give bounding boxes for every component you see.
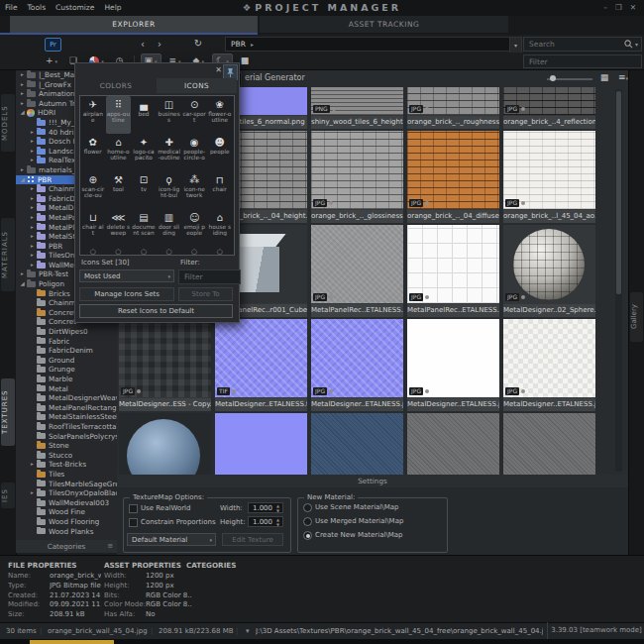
thumbnail-cell[interactable]: JPGMetalDesigner..ESS - Copy.jpg	[119, 319, 211, 411]
thumbnail-view-icon[interactable]: ▦	[597, 71, 611, 84]
thumbnail-cell[interactable]	[311, 413, 403, 475]
picker-icon-tv[interactable]: ⊡tv	[131, 171, 157, 209]
collapsed-arrow-icon[interactable]: ▸	[28, 223, 37, 233]
tree-item[interactable]: Grunge	[16, 365, 117, 375]
minimize-icon[interactable]: –	[603, 3, 607, 12]
tree-item[interactable]: WallMedieval003	[16, 498, 117, 508]
tree-item[interactable]: SolarPanelsPolycryst	[16, 432, 117, 442]
tree-item[interactable]: Wood Fine	[16, 507, 117, 517]
thumbnail-cell[interactable]: JPGMetalPanelRec..ETALNESS.jpg	[311, 225, 403, 317]
width-stepper[interactable]: 1.000▲▼	[248, 502, 283, 513]
tree-item[interactable]: ▸TilesOnyxOpaloBlack	[16, 488, 117, 498]
height-stepper-arrows-icon[interactable]: ▲▼	[274, 517, 281, 527]
picker-icon-partial[interactable]: ○	[181, 247, 207, 256]
thumbnail-size-slider-handle[interactable]	[550, 75, 556, 81]
tree-item[interactable]: Wood Planks	[16, 527, 117, 537]
picker-icon-home-outline[interactable]: ⌂home-outline	[106, 134, 132, 171]
collapsed-arrow-icon[interactable]: ▸	[18, 165, 27, 175]
picker-icon-bed[interactable]: ▄bed	[131, 96, 157, 134]
picker-icon-partial[interactable]: ○	[131, 247, 157, 256]
collapsed-arrow-icon[interactable]: ▸	[28, 156, 37, 165]
tree-item[interactable]: MetalPanelRectang	[16, 403, 117, 413]
collapsed-arrow-icon[interactable]: ▸	[18, 99, 27, 109]
thumbnail-cell[interactable]	[119, 413, 211, 475]
add-button[interactable]: +▾	[42, 54, 61, 69]
collapsed-arrow-icon[interactable]: ▸	[28, 194, 37, 204]
collapsed-arrow-icon[interactable]: ▸	[28, 232, 37, 242]
thumbnail-cell[interactable]	[407, 413, 499, 475]
close-icon[interactable]: ✕	[630, 3, 636, 12]
refresh-icon[interactable]: ↻	[191, 36, 205, 51]
breadcrumb[interactable]: PBR▸	[225, 37, 515, 52]
picker-icon-apps-outline[interactable]: ⠿apps-outline	[106, 96, 132, 134]
close-icon[interactable]: ✕	[215, 65, 222, 74]
tree-item[interactable]: Tiles	[16, 470, 117, 480]
collapsed-arrow-icon[interactable]: ▸	[28, 460, 37, 470]
collapsed-arrow-icon[interactable]: ▸	[28, 147, 37, 157]
icons-filter-input[interactable]	[182, 271, 237, 282]
collapsed-arrow-icon[interactable]: ▸	[18, 89, 27, 99]
tree-item[interactable]: Metal	[16, 384, 117, 394]
store-to-database-button[interactable]: Store To Database	[178, 287, 233, 301]
picker-icon-partial[interactable]: ○	[80, 247, 106, 256]
width-stepper-arrows-icon[interactable]: ▲▼	[274, 503, 281, 513]
picker-icon-door-sliding[interactable]: ▥door sliding	[157, 209, 182, 247]
thumbnail-cell[interactable]: TIFMetalDesigner..ETALNESS.tif	[215, 319, 307, 411]
picker-icon-chair[interactable]: ⊓chair	[207, 171, 233, 209]
forward-icon[interactable]: ›	[154, 37, 165, 52]
status-path[interactable]: J:\3D Assets\Textures\PBR\orange_brick_w…	[256, 623, 543, 640]
tree-item[interactable]: FabricDenim	[16, 346, 117, 356]
expanded-arrow-icon[interactable]: ◢	[18, 175, 27, 185]
collapsed-arrow-icon[interactable]: ▸	[28, 213, 37, 223]
picker-icon-partial[interactable]: ○	[157, 247, 182, 256]
picker-icon-emoji-people[interactable]: ☺emoji people	[181, 209, 207, 247]
collapsed-arrow-icon[interactable]: ▸	[28, 184, 37, 194]
maximize-icon[interactable]: ❐	[615, 3, 622, 12]
expanded-arrow-icon[interactable]: ◢	[18, 108, 27, 118]
tree-item[interactable]: MetalStainlessSteelE	[16, 412, 117, 422]
filter-input[interactable]	[527, 56, 638, 67]
thumbnail-cell[interactable]: JPGorange_brick_.._roughness.jpg	[407, 87, 499, 129]
tree-item[interactable]: DirtWipes0	[16, 327, 117, 337]
picker-icon-chair-alt[interactable]: ⊔chair alt	[80, 209, 106, 247]
collapsed-arrow-icon[interactable]: ▸	[28, 137, 37, 147]
picker-icon-people[interactable]: ☻people	[207, 134, 233, 171]
sidebar-tab-models[interactable]: MODELS	[1, 94, 15, 152]
thumbnail-cell[interactable]: JPGMetalDesigner..ETALNESS.jpg	[407, 319, 499, 411]
picker-icon-partial[interactable]: ○	[207, 247, 233, 256]
picker-icon-flower-outline[interactable]: ❀flower-outline	[207, 96, 233, 134]
tree-item[interactable]: Fabric	[16, 337, 117, 347]
thumbnail-cell[interactable]: JPGorange_brick_.._04_diffuse.jpg	[407, 131, 499, 223]
thumbnail-cell[interactable]: JPGMetalDesigner..ETALNESS.jpg	[311, 319, 403, 411]
breadcrumb-dropdown-button[interactable]: ▾	[509, 37, 522, 54]
tree-item[interactable]: Ground	[16, 356, 117, 366]
tab-asset-tracking[interactable]: ASSET TRACKING	[260, 16, 508, 33]
reset-icons-button[interactable]: Reset Icons to Default	[79, 304, 233, 318]
picker-icon-partial[interactable]: ○	[106, 247, 132, 256]
back-icon[interactable]: ‹	[137, 37, 149, 52]
picker-icon-delete-sweep[interactable]: ⋘delete sweep	[106, 209, 132, 247]
collapsed-arrow-icon[interactable]: ▸	[28, 488, 37, 498]
tab-explorer[interactable]: EXPLORER	[10, 16, 258, 33]
collapsed-arrow-icon[interactable]: ▸	[28, 251, 37, 261]
icons-set-dropdown[interactable]: Most Used▾	[79, 269, 174, 282]
edit-texture-button[interactable]: Edit Texture	[222, 533, 283, 546]
tree-item[interactable]: ▸Test-Bricks	[16, 460, 117, 470]
thumbnail-cell[interactable]: JPGMetalPanelRec..ETALNESS.jpg	[407, 225, 499, 317]
tab-icons[interactable]: ICONS	[157, 78, 237, 93]
picker-icon-business[interactable]: ◫business	[157, 96, 182, 134]
picker-icon-airplane[interactable]: ✈airplane	[80, 96, 106, 134]
new-material-radio-0[interactable]	[303, 503, 312, 512]
status-path-caret-icon[interactable]: ▾	[246, 623, 250, 640]
picker-icon-car-sport[interactable]: ⊙car-sport	[181, 96, 207, 134]
expanded-arrow-icon[interactable]: ◢	[18, 279, 27, 289]
breadcrumb-path[interactable]: PBR	[231, 40, 246, 49]
thumbnail-cell[interactable]: JPGorange_brick_..l_45_04_ao.jpg	[503, 131, 595, 223]
picker-icon-medical-outline[interactable]: ✚medical-outline	[157, 134, 182, 171]
tree-item[interactable]: Wood Flooring	[16, 517, 117, 527]
tree-item[interactable]: Stucco	[16, 451, 117, 461]
categories-menu-icon[interactable]: ≡	[107, 540, 113, 553]
tree-item[interactable]: RoofTilesTerracottaT	[16, 422, 117, 432]
sidebar-tab-textures[interactable]: TEXTURES	[1, 378, 15, 446]
height-stepper[interactable]: 1.000▲▼	[248, 516, 283, 527]
